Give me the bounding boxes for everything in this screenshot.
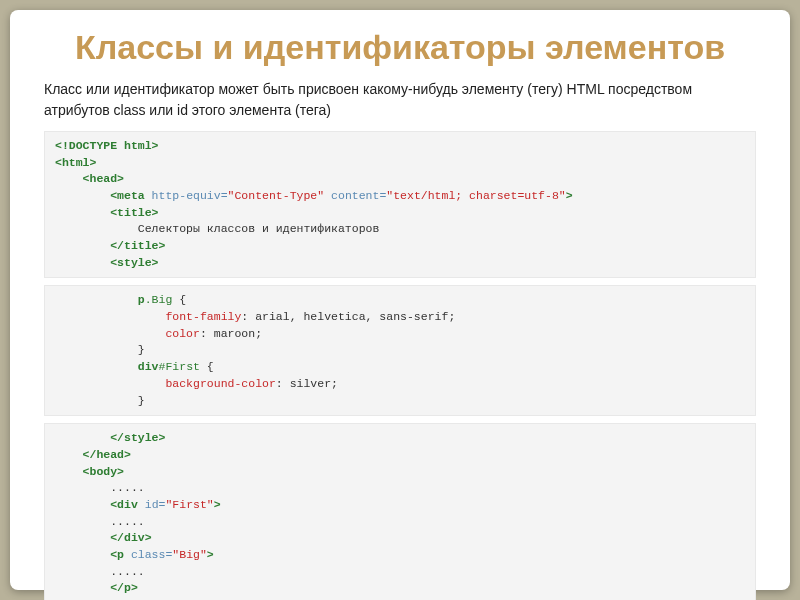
code-token: "text/html; charset=utf-8" [386,189,565,202]
code-token: <html> [55,156,96,169]
code-block-head: <!DOCTYPE html> <html> <head> <meta http… [44,131,756,278]
code-token: color [55,327,200,340]
slide-title: Классы и идентификаторы элементов [44,28,756,67]
code-token: > [566,189,573,202]
code-token: div [55,360,159,373]
code-token: </head> [55,448,131,461]
code-token: font-family [55,310,241,323]
slide-frame: Классы и идентификаторы элементов Класс … [10,10,790,590]
code-token: > [207,548,214,561]
code-token: http-equiv= [145,189,228,202]
code-token: : maroon; [200,327,262,340]
code-token: <div [55,498,138,511]
code-token: } [55,343,145,356]
code-block-css: p.Big { font-family: arial, helvetica, s… [44,285,756,416]
code-token: </title> [55,239,165,252]
code-token: : silver; [276,377,338,390]
code-token: </div> [55,531,152,544]
code-token: ..... [55,481,145,494]
code-token: { [200,360,214,373]
code-token: content= [324,189,386,202]
code-token: Селекторы классов и идентификаторов [55,222,379,235]
code-token: ..... [55,565,145,578]
code-token: "First" [165,498,213,511]
code-token: </style> [55,431,165,444]
code-token: <meta [55,189,145,202]
code-token: > [214,498,221,511]
code-token: <!DOCTYPE html> [55,139,159,152]
code-block-body: </style> </head> <body> ..... <div id="F… [44,423,756,600]
code-token: <p [55,548,124,561]
code-token: p [55,293,145,306]
code-token: background-color [55,377,276,390]
code-token: .Big [145,293,173,306]
code-token: "Big" [172,548,207,561]
code-token: { [172,293,186,306]
code-token: } [55,394,145,407]
code-token: <title> [55,206,159,219]
code-token: ..... [55,515,145,528]
code-token: <style> [55,256,159,269]
code-token: </p> [55,581,138,594]
code-token: <head> [55,172,124,185]
code-token: class= [124,548,172,561]
code-token: "Content-Type" [228,189,325,202]
code-token: #First [159,360,200,373]
code-token: id= [138,498,166,511]
slide-description: Класс или идентификатор может быть присв… [44,79,756,121]
code-token: <body> [55,465,124,478]
code-token: : arial, helvetica, sans-serif; [241,310,455,323]
